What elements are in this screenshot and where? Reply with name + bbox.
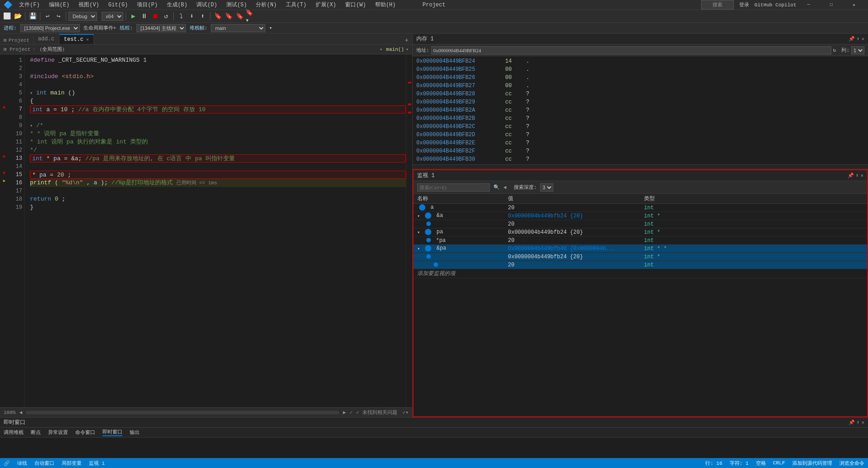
bottom-panel-local[interactable]: 局部变量	[62, 460, 82, 467]
memory-refresh-btn[interactable]: ↻	[833, 47, 836, 53]
debug-stop-btn[interactable]: ⏹	[150, 11, 160, 21]
watch-search-input[interactable]	[417, 183, 490, 192]
process-combo[interactable]: [135880] Project.exe	[20, 24, 80, 32]
watch-expand-pa[interactable]: ▾	[417, 230, 420, 235]
watch-row-pa[interactable]: ▾ pa 0x0000004b449bfb24 {20} int *	[414, 228, 867, 236]
tab-testc-close[interactable]: ✕	[86, 37, 89, 42]
memory-address-input[interactable]	[431, 46, 831, 54]
bookmark3-btn[interactable]: 🔖	[234, 11, 244, 21]
menu-test[interactable]: 测试(S)	[224, 1, 250, 9]
bottom-panel-watch[interactable]: 监视 1	[89, 460, 105, 467]
login-button[interactable]: 登录	[739, 1, 749, 8]
command-tab[interactable]: 命令窗口	[75, 429, 95, 436]
menu-file[interactable]: 文件(F)	[16, 1, 43, 9]
immediate-unpin-btn[interactable]: 📌	[848, 419, 855, 425]
menu-debug[interactable]: 调试(D)	[194, 1, 220, 9]
toolbar-undo[interactable]: ↩	[43, 11, 53, 21]
breadcrumb-expand-btn[interactable]: ▾	[406, 47, 409, 52]
status-browse[interactable]: 浏览全命令	[839, 460, 864, 467]
step-over-btn[interactable]: ⤵	[176, 11, 186, 21]
menu-analyze[interactable]: 分析(N)	[253, 1, 279, 9]
menu-view[interactable]: 视图(V)	[76, 1, 102, 9]
memory-float-btn[interactable]: ⬆	[857, 36, 860, 42]
menu-edit[interactable]: 编辑(E)	[46, 1, 73, 9]
menu-extensions[interactable]: 扩展(X)	[313, 1, 339, 9]
menu-git[interactable]: Git(G)	[106, 2, 131, 8]
tab-testc[interactable]: test.c ✕	[59, 34, 94, 44]
scroll-bar-editor[interactable]	[26, 411, 339, 414]
lifecycle-btn[interactable]: 生命周期事件+	[83, 25, 117, 31]
stack-expand-btn[interactable]: ▾	[269, 25, 272, 31]
menu-build[interactable]: 生成(B)	[164, 1, 190, 9]
output-tab[interactable]: 输出	[130, 429, 140, 436]
exceptions-tab[interactable]: 异常设置	[48, 429, 68, 436]
watch-depth-select[interactable]: 3	[540, 183, 553, 192]
watch-expand-addr-a[interactable]: ▾	[417, 214, 420, 219]
toolbar-save[interactable]: 💾	[28, 11, 38, 21]
menu-project[interactable]: 项目(P)	[134, 1, 161, 9]
memory-close-btn[interactable]: ✕	[861, 36, 864, 42]
breakpoints-tab[interactable]: 断点	[31, 429, 41, 436]
minimize-button[interactable]: ─	[798, 0, 819, 10]
watch-row-a[interactable]: a 20 int	[414, 204, 867, 212]
scroll-minimap[interactable]	[406, 54, 412, 407]
watch-row-addr-a[interactable]: ▾ &a 0x0000004b449bfb24 {20} int *	[414, 212, 867, 220]
watch-row-add[interactable]: 添加要监视的项	[414, 269, 867, 278]
close-button[interactable]: ✕	[844, 0, 864, 10]
bottom-panel-auto[interactable]: 自动窗口	[34, 460, 54, 467]
breadcrumb-scope[interactable]: （全局范围）	[37, 46, 67, 53]
scroll-right-btn[interactable]: ▶	[343, 409, 346, 415]
debug-start-btn[interactable]: ▶	[128, 11, 138, 21]
toolbar-open[interactable]: 📂	[13, 11, 23, 21]
watch-row-addr-a-child[interactable]: 20 int	[414, 220, 867, 228]
debug-restart-btn[interactable]: ↺	[161, 11, 171, 21]
menu-window[interactable]: 窗口(W)	[342, 1, 369, 9]
watch-row-deref-pa[interactable]: *pa 20 int	[414, 236, 867, 245]
bookmark2-btn[interactable]: 🔖	[224, 11, 234, 21]
breadcrumb-function[interactable]: main()	[386, 47, 404, 52]
stack-combo[interactable]: main	[211, 24, 265, 32]
memory-row-select[interactable]: 1	[851, 46, 864, 54]
immediate-float-btn[interactable]: ⬆	[857, 419, 860, 425]
new-tab-btn[interactable]: +	[405, 37, 409, 44]
thread-combo[interactable]: [134404] 主线程	[137, 24, 186, 32]
callstack-tab[interactable]: 调用堆栈	[4, 429, 24, 436]
status-add-src[interactable]: 添加到源代码管理	[792, 460, 832, 467]
fold-icon-9[interactable]: ▾	[30, 123, 33, 128]
watch-row-addr-pa-child2[interactable]: 20 int	[414, 261, 867, 269]
platform-combo[interactable]: x64	[102, 12, 123, 21]
immediate-close-btn[interactable]: ✕	[861, 419, 864, 425]
memory-unpin-btn[interactable]: 📌	[848, 36, 855, 42]
watch-row-addr-pa[interactable]: ▾ &pa 0x0000004b449bfb48 {0x0000004b... …	[414, 245, 867, 253]
memory-content[interactable]: 0x0000004B449BFB24 14 . 0x0000004B449BFB…	[413, 56, 868, 164]
editor-validate-btn[interactable]: ✓▾	[403, 409, 409, 415]
step-out-btn[interactable]: ⬆	[198, 11, 208, 21]
search-bar[interactable]: 搜索	[701, 0, 734, 10]
immediate-body[interactable]	[0, 438, 868, 458]
menu-tools[interactable]: 工具(T)	[283, 1, 309, 9]
toolbar-new[interactable]: ⬜	[2, 11, 12, 21]
memory-scrollbar[interactable]	[413, 164, 868, 169]
watch-nav-back[interactable]: ◀	[503, 184, 507, 190]
step-into-btn[interactable]: ⬇	[187, 11, 197, 21]
menu-help[interactable]: 帮助(H)	[372, 1, 399, 9]
watch-unpin-btn[interactable]: 📌	[848, 172, 854, 178]
github-copilot-button[interactable]: GitHub Copilot	[755, 2, 796, 8]
toolbar-redo[interactable]: ↪	[54, 11, 63, 21]
watch-row-addr-pa-child1[interactable]: 0x0000004b449bfb24 {20} int *	[414, 253, 867, 261]
debug-config-combo[interactable]: Debug	[68, 12, 97, 21]
bookmark-menu-btn[interactable]: 🔖▾	[245, 11, 255, 21]
watch-close-btn[interactable]: ✕	[860, 172, 863, 178]
code-content[interactable]: #define _CRT_SECURE_NO_WARNINGS 1 #inclu…	[24, 54, 406, 407]
debug-pause-btn[interactable]: ⏸	[139, 11, 149, 21]
scroll-left-btn[interactable]: ◀	[19, 409, 22, 415]
restore-button[interactable]: □	[821, 0, 842, 10]
tab-addc[interactable]: add.c	[34, 34, 59, 44]
fold-icon-5[interactable]: ▾	[30, 91, 33, 96]
watch-expand-addr-pa[interactable]: ▾	[417, 246, 420, 251]
watch-content[interactable]: 名称 值 类型 a	[414, 194, 867, 416]
watch-float-btn[interactable]: ⬆	[856, 172, 859, 178]
immediate-tab[interactable]: 即时窗口	[102, 429, 122, 436]
bookmark1-btn[interactable]: 🔖	[213, 11, 223, 21]
watch-search-icon[interactable]: 🔍	[493, 184, 500, 190]
